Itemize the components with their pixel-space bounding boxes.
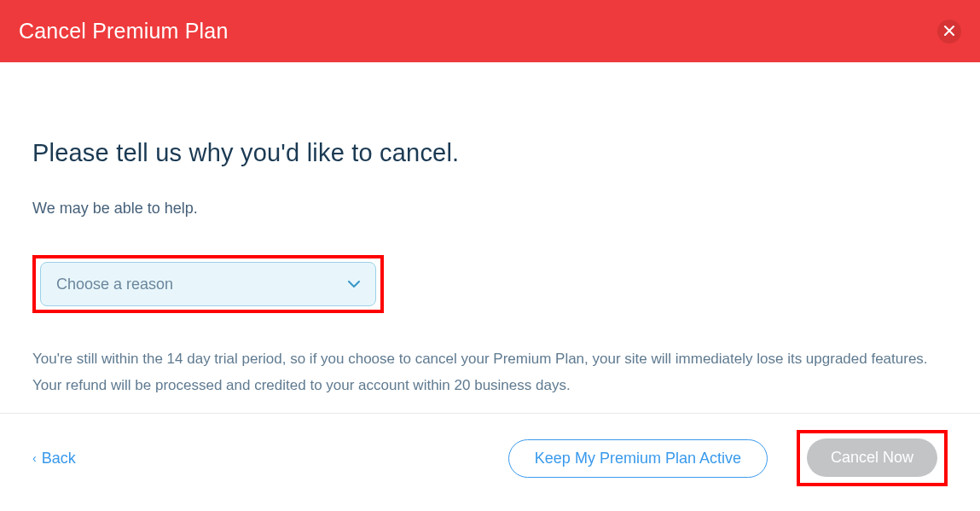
- modal-body: Please tell us why you'd like to cancel.…: [0, 62, 980, 399]
- chevron-down-icon: [348, 276, 360, 292]
- reason-select[interactable]: Choose a reason: [40, 262, 376, 306]
- close-icon: [944, 25, 954, 38]
- cancel-now-button[interactable]: Cancel Now: [807, 438, 937, 477]
- modal-footer: ‹ Back Keep My Premium Plan Active Cance…: [0, 414, 980, 511]
- chevron-left-icon: ‹: [32, 451, 37, 465]
- cancel-subheading: We may be able to help.: [32, 200, 948, 218]
- modal-header: Cancel Premium Plan: [0, 0, 980, 62]
- keep-active-label: Keep My Premium Plan Active: [535, 450, 741, 467]
- info-text: You're still within the 14 day trial per…: [32, 346, 948, 399]
- cancel-now-label: Cancel Now: [831, 449, 913, 467]
- back-link-label: Back: [42, 450, 76, 467]
- back-link[interactable]: ‹ Back: [32, 450, 76, 467]
- footer-actions: Keep My Premium Plan Active Cancel Now: [508, 430, 948, 486]
- cancel-heading: Please tell us why you'd like to cancel.: [32, 139, 948, 167]
- close-button[interactable]: [937, 20, 961, 44]
- reason-select-highlight: Choose a reason: [32, 255, 384, 313]
- modal-title: Cancel Premium Plan: [19, 19, 229, 44]
- keep-active-button[interactable]: Keep My Premium Plan Active: [508, 439, 768, 478]
- cancel-now-highlight: Cancel Now: [797, 430, 948, 486]
- cancel-premium-modal: Cancel Premium Plan Please tell us why y…: [0, 0, 980, 511]
- reason-select-placeholder: Choose a reason: [56, 276, 173, 293]
